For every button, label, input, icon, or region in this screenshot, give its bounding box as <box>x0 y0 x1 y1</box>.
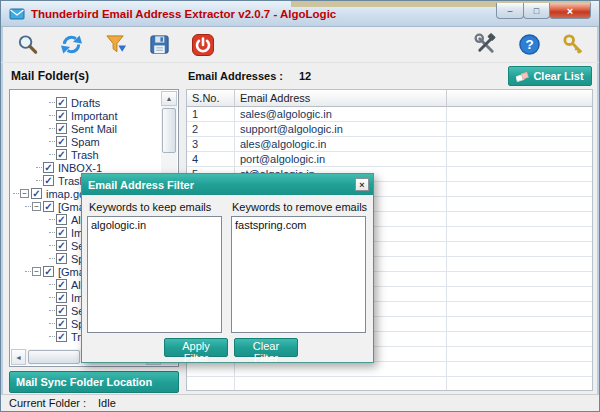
folder-checkbox[interactable]: ✓ <box>31 188 42 199</box>
cell-email <box>235 362 447 376</box>
clear-filter-button[interactable]: Clear Filter <box>234 338 298 357</box>
save-icon <box>148 33 171 56</box>
tree-connector <box>49 310 55 311</box>
cell-email: ales@algologic.in <box>235 137 447 151</box>
stop-icon <box>191 33 215 57</box>
refresh-icon <box>60 33 83 56</box>
column-header[interactable]: S.No. <box>187 90 235 107</box>
folder-checkbox[interactable]: ✓ <box>56 123 67 134</box>
cell-filler <box>447 182 592 196</box>
tree-item[interactable]: ✓Spam <box>11 135 161 148</box>
cell-filler <box>447 332 592 346</box>
column-header[interactable]: Email Address <box>235 90 447 107</box>
maximize-button[interactable]: □ <box>523 3 550 19</box>
folder-label[interactable]: Important <box>70 110 117 122</box>
search-button[interactable] <box>13 31 41 59</box>
help-button[interactable]: ? <box>515 31 543 59</box>
table-row[interactable]: 1sales@algologic.in <box>187 107 592 122</box>
folder-checkbox[interactable]: ✓ <box>56 214 67 225</box>
email-count-label: Email Addresses : <box>188 70 283 82</box>
tree-item[interactable]: ✓Drafts <box>11 96 161 109</box>
tree-item[interactable]: ✓Important <box>11 109 161 122</box>
tree-connector <box>49 141 55 142</box>
collapse-icon[interactable]: − <box>32 202 41 211</box>
folder-checkbox[interactable]: ✓ <box>56 331 67 342</box>
dialog-title-bar[interactable]: Email Address Filter × <box>82 174 373 195</box>
help-icon: ? <box>518 33 541 56</box>
tree-item[interactable]: ✓Trash <box>11 148 161 161</box>
horizontal-scroll-thumb[interactable] <box>28 350 80 364</box>
folder-checkbox[interactable]: ✓ <box>56 149 67 160</box>
search-icon <box>16 33 39 56</box>
folder-label[interactable]: Sent Mail <box>70 123 117 135</box>
filter-button[interactable] <box>101 31 129 59</box>
save-button[interactable] <box>145 31 173 59</box>
keep-keywords-textarea[interactable]: algologic.in <box>87 216 222 333</box>
tree-connector <box>49 297 55 298</box>
tree-item[interactable]: ✓Sent Mail <box>11 122 161 135</box>
svg-text:?: ? <box>525 37 533 52</box>
folder-checkbox[interactable]: ✓ <box>56 279 67 290</box>
folder-checkbox[interactable]: ✓ <box>56 253 67 264</box>
folder-label[interactable]: Drafts <box>70 97 100 109</box>
cell-sno: 2 <box>187 122 235 136</box>
folder-checkbox[interactable]: ✓ <box>43 162 54 173</box>
folder-checkbox[interactable]: ✓ <box>56 136 67 147</box>
minimize-button[interactable]: – <box>496 3 524 19</box>
cell-filler <box>447 152 592 166</box>
scroll-left-icon[interactable]: ◄ <box>11 349 26 365</box>
folder-checkbox[interactable]: ✓ <box>56 318 67 329</box>
cell-filler <box>447 227 592 241</box>
table-row[interactable]: 3ales@algologic.in <box>187 137 592 152</box>
tree-connector <box>13 193 19 194</box>
folder-label[interactable]: Spam <box>70 136 100 148</box>
mail-sync-folder-button[interactable]: Mail Sync Folder Location <box>9 371 179 393</box>
cell-filler <box>447 302 592 316</box>
folder-label[interactable]: Trash <box>70 149 99 161</box>
window-title: Thunderbird Email Address Extractor v2.0… <box>31 8 336 20</box>
folder-checkbox[interactable]: ✓ <box>56 227 67 238</box>
cell-email <box>235 377 447 391</box>
status-value: Idle <box>98 397 116 409</box>
clear-list-label: Clear List <box>533 70 583 82</box>
cell-filler <box>447 317 592 331</box>
table-row[interactable]: 2support@algologic.in <box>187 122 592 137</box>
dialog-close-button[interactable]: × <box>355 178 369 191</box>
app-icon <box>9 6 25 22</box>
cell-filler <box>447 377 592 391</box>
folder-checkbox[interactable]: ✓ <box>56 305 67 316</box>
folder-checkbox[interactable]: ✓ <box>43 201 54 212</box>
scroll-up-icon[interactable]: ▲ <box>161 91 177 106</box>
folder-checkbox[interactable]: ✓ <box>56 110 67 121</box>
remove-keywords-textarea[interactable]: fastspring.com <box>231 216 366 333</box>
stop-button[interactable] <box>189 31 217 59</box>
close-button[interactable]: × <box>549 3 591 19</box>
license-key-button[interactable] <box>559 31 587 59</box>
tree-connector <box>49 102 55 103</box>
clear-list-button[interactable]: Clear List <box>508 66 592 86</box>
status-label: Current Folder : <box>9 397 86 409</box>
refresh-button[interactable] <box>57 31 85 59</box>
collapse-icon[interactable]: − <box>20 189 29 198</box>
collapse-icon[interactable]: − <box>32 267 41 276</box>
cell-sno <box>187 362 235 376</box>
folder-checkbox[interactable]: ✓ <box>56 240 67 251</box>
folder-checkbox[interactable]: ✓ <box>56 97 67 108</box>
tree-connector <box>49 323 55 324</box>
cell-filler <box>447 272 592 286</box>
tree-connector <box>25 271 31 272</box>
table-row <box>187 377 592 391</box>
cell-filler <box>447 122 592 136</box>
tree-connector <box>36 180 42 181</box>
tools-button[interactable] <box>471 31 499 59</box>
folder-checkbox[interactable]: ✓ <box>43 266 54 277</box>
apply-filter-button[interactable]: Apply Filter <box>164 338 228 357</box>
cell-sno: 4 <box>187 152 235 166</box>
table-row[interactable]: 4port@algologic.in <box>187 152 592 167</box>
tree-connector <box>36 167 42 168</box>
folder-checkbox[interactable]: ✓ <box>43 175 54 186</box>
status-bar: Current Folder : Idle <box>1 394 599 411</box>
vertical-scroll-thumb[interactable] <box>162 108 176 153</box>
folder-label[interactable]: INBOX-1 <box>57 162 102 174</box>
folder-checkbox[interactable]: ✓ <box>56 292 67 303</box>
